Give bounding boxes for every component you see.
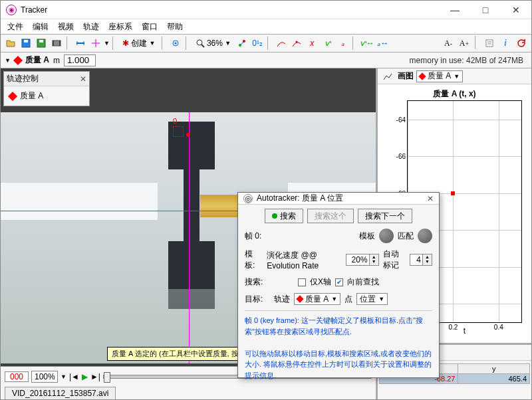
- label-x-icon[interactable]: x: [305, 36, 319, 50]
- track-control-panel[interactable]: 轨迹控制✕ 质量 A: [3, 71, 90, 106]
- titlebar: ◉ Tracker — □ ✕: [1, 1, 531, 19]
- target-icon: ◎: [243, 194, 253, 203]
- label-a-icon[interactable]: ₐ: [335, 36, 350, 50]
- font-larger-button[interactable]: A+: [457, 36, 471, 50]
- minimize-button[interactable]: —: [440, 1, 470, 19]
- svg-rect-20: [486, 40, 493, 47]
- file-tab[interactable]: VID_20161112_153857.avi: [5, 387, 116, 400]
- target-point-dropdown[interactable]: 位置▼: [356, 293, 388, 305]
- menu-edit[interactable]: 编辑: [29, 20, 53, 34]
- svg-rect-3: [39, 40, 43, 43]
- evolution-label: 演化速度 @@ Evolution Rate: [267, 250, 341, 270]
- step-fwd-button[interactable]: ►|: [90, 372, 100, 381]
- dialog-title: Autotracker: 质量 A 位置: [257, 193, 343, 204]
- dialog-help: 帧 0 (key frame): 这一关键帧定义了模板和目标.点击"搜索"按钮将…: [245, 310, 432, 381]
- y-tick: -64: [396, 116, 408, 123]
- menu-file[interactable]: 文件: [3, 20, 27, 34]
- svg-rect-6: [59, 41, 61, 46]
- x-tick: 0.4: [494, 322, 503, 331]
- autotrack-button[interactable]: [235, 36, 249, 50]
- search-button[interactable]: 搜索: [265, 209, 303, 223]
- frame-number[interactable]: 000: [5, 371, 29, 382]
- status-hint: 质量 A 选定的 (在工具栏中设置质量, 按: [107, 347, 243, 361]
- menu-video[interactable]: 视频: [54, 20, 78, 34]
- create-button[interactable]: ✱ 创建 ▼: [119, 36, 159, 50]
- trail-b-icon[interactable]: [289, 36, 304, 50]
- target-track-dropdown[interactable]: 质量 A▼: [294, 293, 340, 305]
- autotracker-dialog[interactable]: ◎ Autotracker: 质量 A 位置 ✕ 搜索 搜索这个 搜索下一个 帧…: [237, 192, 440, 378]
- track-item-label[interactable]: 质量 A: [20, 90, 43, 102]
- dropdown-arrow-icon[interactable]: ▼: [5, 57, 11, 64]
- close-icon[interactable]: ✕: [80, 74, 86, 84]
- search-next-button[interactable]: 搜索下一个: [358, 209, 412, 223]
- target-point-label: 点: [344, 294, 352, 305]
- font-smaller-button[interactable]: A-: [441, 36, 456, 50]
- close-button[interactable]: ✕: [501, 1, 531, 19]
- zoom-button[interactable]: 36% ▼: [192, 36, 235, 50]
- plot-options-icon[interactable]: [380, 69, 395, 84]
- notes-button[interactable]: [482, 36, 497, 50]
- close-icon[interactable]: ✕: [427, 194, 434, 203]
- maximize-button[interactable]: □: [470, 1, 501, 19]
- target-row-label: 目标:: [245, 294, 270, 305]
- trail-a-icon[interactable]: [274, 36, 289, 50]
- refresh-button[interactable]: [514, 36, 529, 50]
- current-track-label[interactable]: 质量 A: [25, 54, 49, 66]
- evolution-spinner[interactable]: 20%▲▼: [346, 254, 379, 266]
- cell-y[interactable]: 465.4: [458, 374, 530, 384]
- step-back-button[interactable]: |◄: [69, 372, 79, 381]
- axis-vertical[interactable]: [189, 112, 190, 363]
- template-label: 模板: [359, 231, 375, 242]
- x-axis-label[interactable]: t: [464, 326, 466, 336]
- save-as-button[interactable]: [34, 36, 49, 50]
- menu-track[interactable]: 轨迹: [79, 20, 103, 34]
- stretch-a-icon[interactable]: ₐ↔: [375, 36, 390, 50]
- match-swatch[interactable]: [418, 229, 432, 243]
- axes-button[interactable]: [88, 36, 103, 50]
- green-dot-icon: [272, 213, 277, 219]
- search-this-button[interactable]: 搜索这个: [307, 209, 354, 223]
- template-swatch[interactable]: [379, 229, 394, 243]
- x-tick: 0.2: [448, 322, 458, 331]
- app-title: Tracker: [21, 5, 47, 15]
- data-point[interactable]: [451, 191, 455, 195]
- calibration-button[interactable]: [73, 36, 88, 50]
- help-button[interactable]: i: [498, 36, 513, 50]
- match-label: 匹配: [398, 231, 414, 242]
- plot-track-dropdown[interactable]: 质量 A▼: [416, 70, 463, 82]
- track-control-button[interactable]: 0¹₂: [250, 36, 265, 50]
- menu-help[interactable]: 帮助: [163, 20, 187, 34]
- scale-input[interactable]: [64, 54, 96, 66]
- onlyx-checkbox[interactable]: [298, 278, 306, 286]
- lookahead-checkbox[interactable]: ✔: [335, 278, 343, 286]
- onlyx-label: 仅X轴: [310, 276, 331, 288]
- automark-spinner[interactable]: 4▲▼: [410, 254, 432, 266]
- svg-line-15: [201, 45, 204, 47]
- memory-status: memory in use: 42MB of 247MB: [410, 56, 527, 65]
- label-v-icon[interactable]: ⱱ: [320, 36, 334, 50]
- play-rate[interactable]: 100%: [31, 371, 58, 383]
- point-marker[interactable]: 0: [173, 117, 190, 137]
- template-row-label: 模板:: [245, 249, 263, 271]
- open-button[interactable]: [3, 36, 18, 50]
- lookahead-label: 向前查找: [347, 276, 379, 288]
- menu-window[interactable]: 窗口: [138, 20, 162, 34]
- unit-label: m: [53, 56, 60, 65]
- target-track-label: 轨迹: [274, 294, 290, 305]
- clip-button[interactable]: [49, 36, 64, 50]
- stretch-v-icon[interactable]: ⱱ↔: [359, 36, 374, 50]
- svg-rect-5: [53, 41, 54, 46]
- svg-point-14: [197, 40, 202, 45]
- main-toolbar: ▼ ✱ 创建 ▼ 36% ▼ 0¹₂ x ⱱ ₐ ⱱ↔ ₐ↔ A- A+ i: [1, 34, 531, 52]
- visibility-button[interactable]: [168, 36, 183, 50]
- play-button[interactable]: ▶: [82, 372, 88, 381]
- rate-dropdown-icon[interactable]: ▼: [61, 373, 66, 380]
- svg-rect-1: [24, 40, 28, 43]
- col-y[interactable]: y: [458, 364, 530, 374]
- svg-point-19: [296, 41, 298, 43]
- menu-coord[interactable]: 座标系: [104, 20, 136, 34]
- plot-tab[interactable]: 画图: [398, 70, 414, 82]
- save-button[interactable]: [19, 36, 33, 50]
- track-bar: ▼ 质量 A m memory in use: 42MB of 247MB: [1, 52, 531, 68]
- plot-title: 质量 A (t, x): [382, 88, 527, 100]
